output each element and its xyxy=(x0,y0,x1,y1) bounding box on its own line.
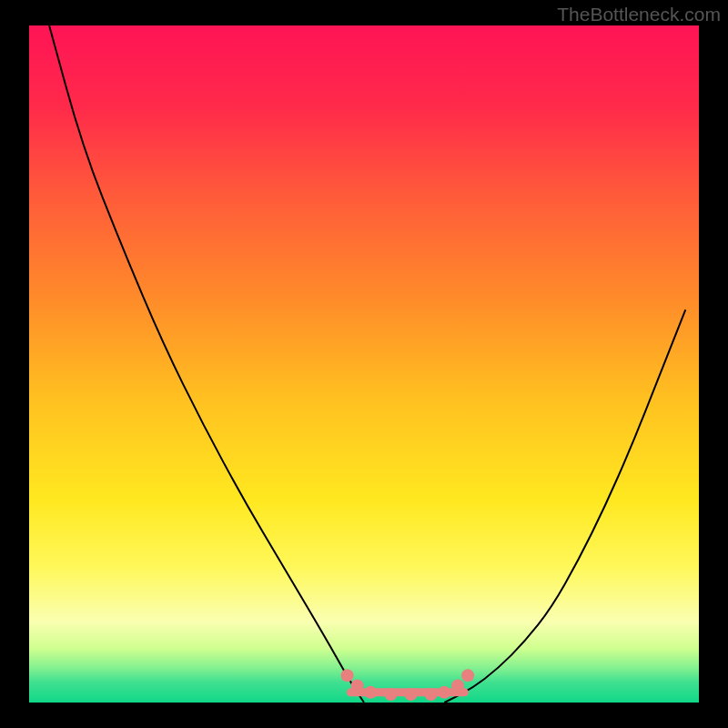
marker-point xyxy=(425,688,438,701)
gradient-background xyxy=(29,25,699,703)
chart-container: TheBottleneck.com xyxy=(0,0,728,728)
marker-point xyxy=(438,686,450,699)
marker-point xyxy=(351,679,364,692)
marker-point xyxy=(384,688,397,701)
marker-point xyxy=(364,686,377,699)
marker-point xyxy=(451,679,464,692)
marker-point xyxy=(405,688,418,701)
bottleneck-chart xyxy=(0,0,728,728)
watermark-text: TheBottleneck.com xyxy=(557,4,721,25)
marker-point xyxy=(461,669,474,682)
marker-point xyxy=(341,669,354,682)
